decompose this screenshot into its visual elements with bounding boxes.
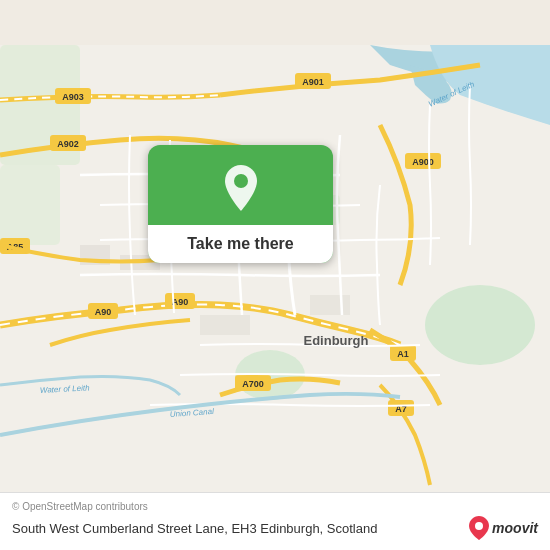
moovit-logo: moovit [469, 516, 538, 540]
popup-icon-area [199, 145, 283, 225]
popup-button-label: Take me there [148, 225, 333, 263]
location-text: South West Cumberland Street Lane, EH3 E… [12, 521, 461, 536]
svg-point-35 [475, 522, 483, 530]
location-row: South West Cumberland Street Lane, EH3 E… [12, 516, 538, 540]
svg-text:A902: A902 [57, 139, 79, 149]
svg-text:A700: A700 [242, 379, 264, 389]
map-container: A903 A901 A902 A900 A90 A90 A700 A1 A7 [0, 0, 550, 550]
svg-rect-2 [0, 165, 60, 245]
svg-text:A90: A90 [95, 307, 112, 317]
svg-rect-9 [310, 295, 350, 315]
svg-text:A1: A1 [397, 349, 409, 359]
svg-rect-8 [200, 315, 250, 335]
moovit-brand-text: moovit [492, 520, 538, 536]
take-me-there-button[interactable]: Take me there [148, 145, 333, 263]
copyright-text: © OpenStreetMap contributors [12, 501, 538, 512]
moovit-pin-icon [469, 516, 489, 540]
svg-text:A901: A901 [302, 77, 324, 87]
map-background: A903 A901 A902 A900 A90 A90 A700 A1 A7 [0, 0, 550, 550]
svg-text:A903: A903 [62, 92, 84, 102]
svg-point-34 [234, 174, 248, 188]
svg-text:A900: A900 [412, 157, 434, 167]
svg-point-3 [425, 285, 535, 365]
location-pin-icon [219, 163, 263, 213]
bottom-panel: © OpenStreetMap contributors South West … [0, 492, 550, 550]
svg-text:Edinburgh: Edinburgh [304, 333, 369, 348]
